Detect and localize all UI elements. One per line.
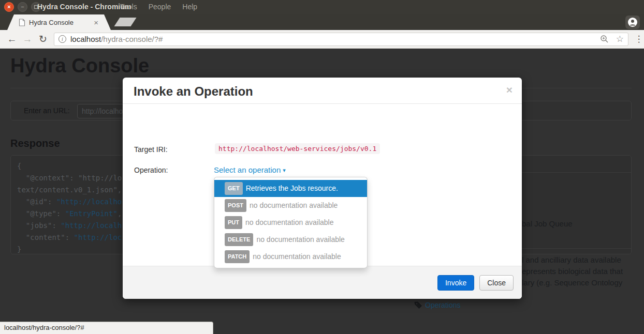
url-path: /hydra-console/?# [101,35,163,43]
operation-select-link[interactable]: Select an operation▾ [214,165,286,174]
json-link[interactable]: "http://loc [74,233,122,241]
address-bar[interactable]: i localhost /hydra-console/?# ☆ [54,33,628,46]
tab-strip: Hydra Console × [0,14,644,30]
menubar-item[interactable]: Help [182,3,197,11]
json-link[interactable]: "EntryPoint" [65,209,118,218]
status-url-bubble: localhost/hydra-console/?# [0,322,213,334]
operations-tag-label: Operations [425,301,460,309]
http-method-badge: PUT [225,216,242,229]
new-tab-button[interactable] [114,18,136,26]
browser-tab[interactable]: Hydra Console × [7,14,111,30]
dropdown-item-desc: no documentation available [253,252,341,261]
page-viewport: Hydra Console Enter an URL: http://local… [0,49,644,334]
window-minimize-button[interactable]: − [18,2,27,12]
dropdown-item[interactable]: DELETEno documentation available [214,231,367,248]
menubar-item[interactable]: Tools [120,3,137,11]
dropdown-item[interactable]: POSTno documentation available [214,197,367,214]
url-host: localhost [70,35,101,43]
json-link[interactable]: "http://localho [56,198,122,206]
invoke-operation-modal: Invoke an Operation × Target IRI: http:/… [123,78,522,299]
menubar-item[interactable]: People [149,3,171,11]
paragraph-line: lary (e.g. Sequence Ontology [522,277,623,289]
response-heading: Response [10,138,60,149]
tab-title: Hydra Console [29,19,94,26]
paragraph-line: epresents biological data that [522,266,623,277]
reload-button[interactable]: ↻ [35,33,51,45]
http-method-badge: POST [225,199,246,212]
dropdown-item-desc: no documentation available [250,201,338,209]
back-button[interactable]: ← [4,34,20,45]
profile-avatar-button[interactable] [625,16,640,29]
http-method-badge: DELETE [225,233,253,246]
close-button[interactable]: Close [479,275,514,291]
dropdown-item[interactable]: PUTno documentation available [214,214,367,231]
target-iri-value: http://localhost/web-services/jobs/v0.1 [215,143,380,154]
chevron-down-icon: ▾ [283,167,286,174]
operation-label: Operation: [134,166,168,174]
dropdown-item-desc: no documentation available [256,235,344,244]
window-title: Hydra Console - Chromium [37,3,131,11]
modal-footer: Invoke Close [123,266,522,299]
json-link[interactable]: "http://localh [61,221,122,230]
target-iri-label: Target IRI: [134,145,168,154]
tab-close-icon[interactable]: × [94,18,98,27]
bookmark-star-icon[interactable]: ☆ [616,34,624,44]
avatar-icon [627,17,638,27]
page-favicon-icon [19,19,25,26]
modal-title: Invoke an Operation [134,84,253,98]
job-queue-text: bal Job Queue [522,219,573,228]
modal-header: Invoke an Operation × [123,78,522,104]
window-close-button[interactable]: × [4,2,14,12]
browser-toolbar: ← → ↻ i localhost /hydra-console/?# ☆ ⋮ [0,30,644,49]
operations-tag-link[interactable]: Operations [414,301,460,309]
forward-button[interactable]: → [20,34,35,45]
page-info-icon[interactable]: i [58,35,66,43]
invoke-button[interactable]: Invoke [437,275,474,291]
http-method-badge: GET [225,182,243,195]
tag-icon [414,301,422,309]
dropdown-item-desc: Retrieves the Jobs resource. [246,184,338,192]
operation-dropdown-menu: GETRetrieves the Jobs resource.POSTno do… [214,177,368,268]
browser-menu-icon[interactable]: ⋮ [634,34,644,44]
page-title: Hydra Console [10,55,149,77]
dropdown-item[interactable]: GETRetrieves the Jobs resource. [214,180,367,197]
dropdown-item-desc: no documentation available [245,218,333,226]
paragraph-line: l and ancilliary data available [522,254,623,266]
menubar: ToolsPeopleHelp [120,3,197,11]
modal-body: Target IRI: http://localhost/web-service… [123,104,522,266]
zoom-icon[interactable] [600,35,609,43]
modal-close-icon[interactable]: × [506,84,513,96]
dropdown-item[interactable]: PATCHno documentation available [214,248,367,265]
http-method-badge: PATCH [225,250,250,263]
documentation-paragraph: l and ancilliary data availableepresents… [522,254,623,289]
window-controls: × − [4,2,41,12]
window-titlebar: × − Hydra Console - Chromium ToolsPeople… [0,0,644,14]
url-form-label: Enter an URL: [24,107,70,115]
